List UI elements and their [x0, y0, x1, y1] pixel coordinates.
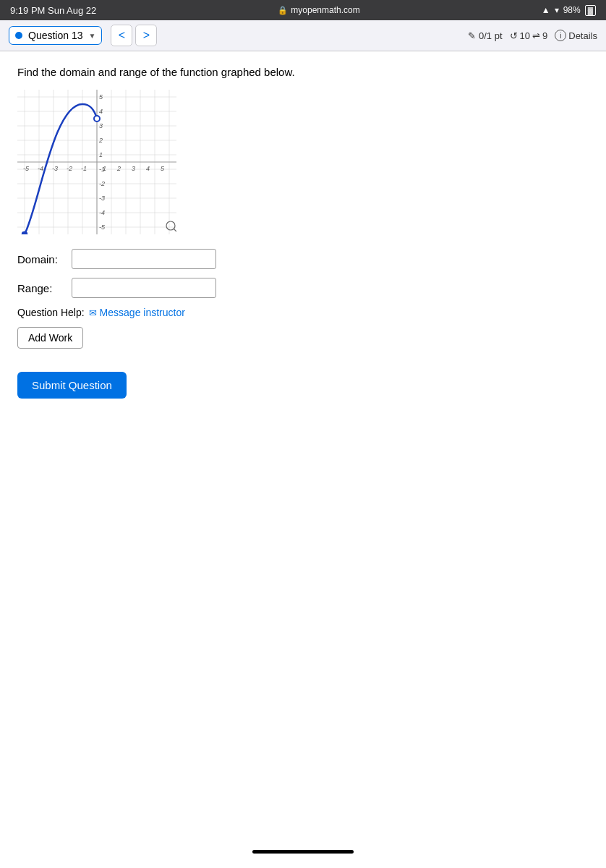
message-icon: ✉ [89, 307, 97, 318]
battery-icon: ▓ [585, 5, 596, 16]
graph-container: .grid-line { stroke: #ccc; stroke-width:… [17, 90, 176, 234]
svg-text:-1: -1 [81, 165, 87, 172]
nav-arrows: < > [111, 25, 157, 46]
edit-icon: ✎ [468, 30, 476, 41]
lock-icon: 🔒 [278, 6, 288, 15]
svg-text:-4: -4 [99, 209, 105, 216]
status-bar: 9:19 PM Sun Aug 22 🔒 myopenmath.com ▲ ▾ … [0, 0, 606, 20]
svg-text:-5: -5 [99, 224, 106, 231]
submit-button[interactable]: Submit Question [17, 372, 127, 399]
svg-text:3: 3 [99, 122, 103, 129]
status-time: 9:19 PM Sun Aug 22 [10, 5, 96, 16]
wifi-icon: ▲ [542, 5, 550, 15]
score-badge: ✎ 0/1 pt [468, 30, 503, 41]
arrow-count: 9 [542, 30, 547, 41]
svg-text:-2: -2 [99, 180, 105, 187]
svg-point-44 [94, 116, 100, 122]
details-section[interactable]: i Details [555, 30, 597, 41]
main-content: Find the domain and range of the functio… [0, 51, 606, 413]
range-input[interactable] [72, 278, 216, 298]
signal-icon: ▾ [555, 5, 559, 15]
message-instructor-link[interactable]: ✉ Message instructor [89, 307, 185, 318]
status-url: 🔒 myopenmath.com [278, 5, 359, 15]
question-label: Question 13 [28, 30, 83, 41]
svg-text:5: 5 [161, 165, 165, 172]
svg-text:4: 4 [99, 108, 103, 115]
svg-line-46 [174, 229, 176, 231]
range-label: Range: [17, 282, 64, 294]
add-work-button[interactable]: Add Work [17, 327, 83, 349]
domain-label: Domain: [17, 253, 64, 265]
domain-row: Domain: [17, 249, 589, 269]
svg-text:-2: -2 [67, 165, 72, 172]
prev-button[interactable]: < [111, 25, 132, 46]
arrow-icon: ⇌ [532, 30, 540, 41]
nav-bar: Question 13 ▼ < > ✎ 0/1 pt ↺ 10 ⇌ 9 i De… [0, 20, 606, 51]
question-prompt: Find the domain and range of the functio… [17, 66, 589, 78]
domain-input[interactable] [72, 249, 216, 269]
add-work-row: Add Work [17, 327, 589, 360]
help-label: Question Help: [17, 307, 85, 318]
svg-text:-3: -3 [99, 195, 105, 202]
info-icon: i [555, 30, 566, 41]
svg-text:-3: -3 [52, 165, 58, 172]
details-label: Details [568, 30, 597, 41]
svg-point-43 [22, 231, 27, 234]
svg-text:2: 2 [116, 165, 121, 172]
retry-section: ↺ 10 ⇌ 9 [510, 30, 548, 41]
chevron-down-icon: ▼ [89, 32, 96, 40]
svg-text:1: 1 [99, 151, 103, 158]
retry-count: 10 [520, 30, 530, 41]
next-button[interactable]: > [135, 25, 157, 46]
question-dot [15, 32, 22, 39]
status-indicators: ▲ ▾ 98% ▓ [542, 5, 596, 16]
svg-text:-4: -4 [38, 165, 43, 172]
nav-right-info: ✎ 0/1 pt ↺ 10 ⇌ 9 i Details [468, 30, 597, 41]
svg-text:4: 4 [146, 165, 150, 172]
battery-percent: 98% [563, 5, 581, 15]
graph-svg: .grid-line { stroke: #ccc; stroke-width:… [17, 90, 176, 234]
score-value: 0/1 pt [479, 30, 503, 41]
svg-text:-1: -1 [99, 166, 105, 173]
question-selector[interactable]: Question 13 ▼ [9, 26, 102, 45]
svg-text:-5: -5 [23, 165, 30, 172]
range-row: Range: [17, 278, 589, 298]
svg-text:3: 3 [132, 165, 135, 172]
question-help: Question Help: ✉ Message instructor [17, 307, 589, 318]
svg-text:2: 2 [98, 137, 103, 144]
retry-icon: ↺ [510, 30, 518, 41]
